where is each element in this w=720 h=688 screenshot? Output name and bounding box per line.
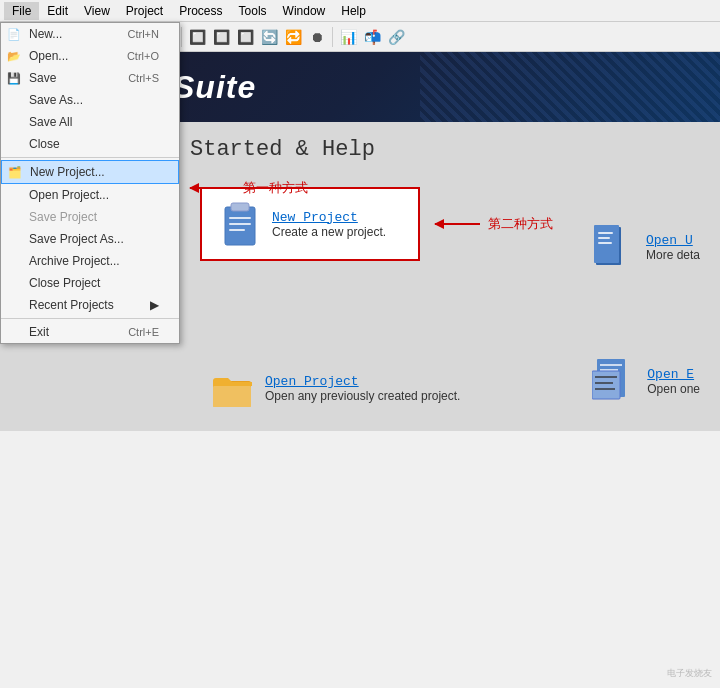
open-url-icon: [591, 222, 636, 272]
file-dropdown: 📄 New... Ctrl+N 📂 Open... Ctrl+O 💾 Save …: [0, 22, 180, 344]
svg-rect-19: [595, 382, 613, 384]
svg-rect-18: [595, 376, 617, 378]
toolbar-icon5[interactable]: 🔁: [282, 26, 304, 48]
new-project-row: New Project Create a new project. 第二种方式: [200, 187, 700, 261]
menu-save-project-as[interactable]: Save Project As...: [1, 228, 179, 250]
menu-save[interactable]: 💾 Save Ctrl+S: [1, 67, 179, 89]
toolbar-icon4[interactable]: 🔄: [258, 26, 280, 48]
view-menu-item[interactable]: View: [76, 2, 118, 20]
menu-close[interactable]: Close: [1, 133, 179, 155]
open-url-card[interactable]: Open U More deta: [581, 212, 710, 282]
svg-rect-8: [598, 237, 610, 239]
open-example-card[interactable]: Open E Open one: [582, 346, 710, 416]
second-method-label: 第二种方式: [488, 215, 553, 233]
first-method-arrow: [190, 187, 235, 189]
menu-save-all[interactable]: Save All: [1, 111, 179, 133]
svg-rect-9: [598, 242, 612, 244]
file-menu-item[interactable]: File: [4, 2, 39, 20]
open-project-icon: [210, 366, 255, 411]
toolbar-icon3[interactable]: 🔲: [234, 26, 256, 48]
second-method-annotation: 第二种方式: [435, 215, 553, 233]
toolbar-icon6[interactable]: ⏺: [306, 26, 328, 48]
project-menu-item[interactable]: Project: [118, 2, 171, 20]
menu-save-as[interactable]: Save As...: [1, 89, 179, 111]
toolbar-icon9[interactable]: 🔗: [385, 26, 407, 48]
window-menu-item[interactable]: Window: [275, 2, 334, 20]
toolbar-icon7[interactable]: 📊: [337, 26, 359, 48]
menu-exit[interactable]: Exit Ctrl+E: [1, 321, 179, 343]
toolbar-separator3: [332, 27, 333, 47]
new-project-menu-icon: 🗂️: [8, 166, 22, 179]
menu-archive-project[interactable]: Archive Project...: [1, 250, 179, 272]
watermark: 电子发烧友: [667, 667, 712, 680]
open-example-link[interactable]: Open E: [647, 367, 700, 382]
svg-rect-1: [231, 203, 249, 211]
toolbar-icon2[interactable]: 🔲: [210, 26, 232, 48]
menu-open-icon: 📂: [7, 50, 21, 63]
menu-new[interactable]: 📄 New... Ctrl+N: [1, 23, 179, 45]
new-project-desc: Create a new project.: [272, 225, 386, 239]
svg-rect-7: [598, 232, 613, 234]
new-project-card[interactable]: New Project Create a new project.: [200, 187, 420, 261]
second-method-arrow: [435, 223, 480, 225]
submenu-arrow-icon: ▶: [150, 298, 159, 312]
new-project-card-icon: [217, 199, 262, 249]
first-method-label: 第一种方式: [243, 179, 308, 197]
new-project-card-text: New Project Create a new project.: [272, 210, 386, 239]
menu-new-project[interactable]: 🗂️ New Project...: [1, 160, 179, 184]
open-example-desc: Open one: [647, 382, 700, 396]
first-method-annotation: 第一种方式: [190, 179, 308, 197]
svg-rect-13: [600, 364, 622, 366]
menu-recent-projects[interactable]: Recent Projects ▶: [1, 294, 179, 316]
svg-rect-3: [229, 223, 251, 225]
open-url-link[interactable]: Open U: [646, 233, 700, 248]
open-project-text: Open Project Open any previously created…: [265, 374, 460, 403]
open-project-row: Open Project Open any previously created…: [200, 356, 700, 421]
toolbar-icon8[interactable]: 📬: [361, 26, 383, 48]
open-project-desc: Open any previously created project.: [265, 389, 460, 403]
separator-2: [1, 318, 179, 319]
open-example-icon: [592, 356, 637, 406]
menu-bar: File Edit View Project Process Tools Win…: [0, 0, 720, 22]
menu-close-project[interactable]: Close Project: [1, 272, 179, 294]
menu-open[interactable]: 📂 Open... Ctrl+O: [1, 45, 179, 67]
separator-1: [1, 157, 179, 158]
tools-menu-item[interactable]: Tools: [231, 2, 275, 20]
process-menu-item[interactable]: Process: [171, 2, 230, 20]
section-title: Started & Help: [190, 137, 700, 162]
menu-new-icon: 📄: [7, 28, 21, 41]
svg-rect-4: [229, 229, 245, 231]
new-project-link[interactable]: New Project: [272, 210, 386, 225]
svg-rect-0: [225, 207, 255, 245]
second-arrow-head: [434, 219, 444, 229]
menu-save-icon: 💾: [7, 72, 21, 85]
menu-open-project[interactable]: Open Project...: [1, 184, 179, 206]
menu-save-project: Save Project: [1, 206, 179, 228]
arrow-head: [189, 183, 199, 193]
edit-menu-item[interactable]: Edit: [39, 2, 76, 20]
svg-rect-11: [213, 386, 251, 407]
open-url-desc: More deta: [646, 248, 700, 262]
spacer: [200, 276, 700, 356]
help-menu-item[interactable]: Help: [333, 2, 374, 20]
toolbar-separator2: [181, 27, 182, 47]
open-project-card[interactable]: Open Project Open any previously created…: [200, 356, 470, 421]
svg-rect-20: [595, 388, 615, 390]
toolbar-icon1[interactable]: 🔲: [186, 26, 208, 48]
open-example-text: Open E Open one: [647, 367, 700, 396]
svg-rect-17: [592, 371, 620, 399]
open-url-text: Open U More deta: [646, 233, 700, 262]
svg-rect-2: [229, 217, 251, 219]
open-project-link[interactable]: Open Project: [265, 374, 460, 389]
